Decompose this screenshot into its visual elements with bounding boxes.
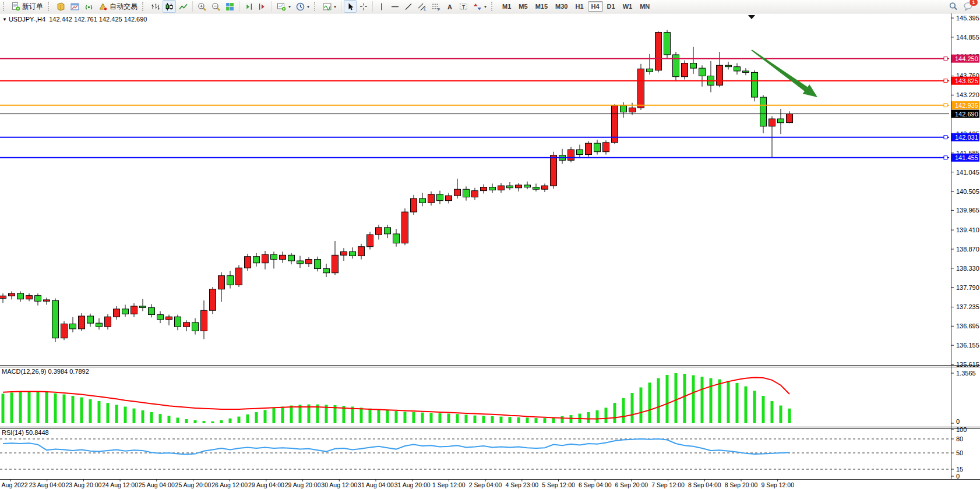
- macd-bar: [640, 388, 643, 423]
- auto-trading-button[interactable]: 自动交易: [96, 0, 140, 13]
- timeframe-W1[interactable]: W1: [619, 1, 636, 12]
- new-chart-button[interactable]: ▾: [274, 0, 293, 13]
- cursor-tool-button[interactable]: [344, 0, 357, 13]
- candlestick-chart-button[interactable]: [163, 0, 176, 13]
- svg-text:8 Sep 20:00: 8 Sep 20:00: [725, 481, 758, 488]
- svg-text:24 Aug 12:00: 24 Aug 12:00: [102, 481, 138, 488]
- macd-bar: [771, 401, 774, 423]
- chart-shift-button[interactable]: [242, 0, 255, 13]
- svg-text:80: 80: [956, 435, 963, 442]
- main-toolbar: 新订单 自动交易: [0, 0, 980, 13]
- auto-scroll-button[interactable]: [256, 0, 269, 13]
- zoom-in-button[interactable]: [195, 0, 209, 13]
- macd-bar: [701, 377, 704, 423]
- tile-windows-icon: [225, 2, 234, 11]
- notifications-button[interactable]: 1: [961, 0, 975, 13]
- rsi-line: [3, 439, 789, 454]
- candle-up: [245, 257, 251, 268]
- macd-bar: [395, 411, 398, 423]
- equidistant-channel-icon: E: [418, 2, 426, 11]
- annotation-arrow-down[interactable]: [751, 49, 817, 97]
- macd-bar: [692, 375, 695, 423]
- svg-text:135.615: 135.615: [956, 361, 979, 368]
- line-chart-button[interactable]: [177, 0, 190, 13]
- arrows-tool-button[interactable]: ▾: [471, 0, 489, 13]
- timeframe-M30[interactable]: M30: [552, 1, 571, 12]
- macd-bar: [378, 409, 380, 423]
- time-axis[interactable]: 22 Aug 202223 Aug 04:0023 Aug 20:0024 Au…: [0, 479, 794, 488]
- candle-up: [516, 185, 522, 188]
- price-label: 142.031: [955, 134, 978, 141]
- candle-up: [655, 33, 662, 70]
- horizontal-lines[interactable]: 144.250143.625142.935142.690142.031141.4…: [0, 55, 979, 162]
- timeframe-H1[interactable]: H1: [572, 1, 587, 12]
- macd-bar: [526, 417, 529, 423]
- line-handle: [944, 79, 947, 83]
- timeframe-M15[interactable]: M15: [532, 1, 551, 12]
- timeframe-M1[interactable]: M1: [499, 1, 514, 12]
- data-window-icon: [70, 2, 79, 11]
- search-button[interactable]: [946, 0, 960, 13]
- panel-frames: [0, 13, 980, 480]
- svg-text:0: 0: [956, 418, 960, 425]
- fibonacci-tool-button[interactable]: F: [429, 0, 443, 13]
- candle-up: [769, 119, 775, 126]
- tile-windows-button[interactable]: [223, 0, 237, 13]
- trendline-tool-button[interactable]: [402, 0, 415, 13]
- macd-bar: [63, 395, 66, 423]
- zoom-in-icon: [198, 2, 206, 11]
- candle-down: [157, 315, 164, 320]
- new-order-label: 新订单: [22, 2, 43, 12]
- new-order-button[interactable]: 新订单: [9, 0, 45, 13]
- chart-canvas[interactable]: 145.395144.855144.315143.760143.220142.6…: [0, 0, 980, 489]
- line-handle: [944, 156, 947, 160]
- candle-up: [446, 196, 452, 201]
- signal-button[interactable]: [82, 0, 96, 13]
- candle-down: [463, 189, 470, 197]
- fibonacci-icon: F: [432, 2, 440, 11]
- candle-up: [411, 199, 417, 212]
- svg-text:26 Aug 12:00: 26 Aug 12:00: [211, 481, 248, 488]
- candle-up: [586, 143, 592, 154]
- price-label: 143.625: [955, 77, 978, 84]
- profiles-button[interactable]: ▾: [294, 0, 312, 13]
- text-label-tool-button[interactable]: T: [457, 0, 470, 13]
- svg-text:144.855: 144.855: [956, 34, 979, 41]
- candle-down: [673, 55, 679, 77]
- cursor-icon: [346, 2, 354, 11]
- candle-up: [0, 296, 6, 298]
- vertical-line-tool-button[interactable]: [375, 0, 388, 13]
- macd-bar: [133, 409, 136, 423]
- symbol-timeframe: USDJPY-,H4: [9, 16, 45, 23]
- text-tool-button[interactable]: A: [443, 0, 456, 13]
- data-window-button[interactable]: [68, 0, 82, 13]
- candle-down: [96, 323, 103, 327]
- candlesticks: [0, 30, 793, 342]
- channel-tool-button[interactable]: E: [415, 0, 429, 13]
- crosshair-tool-button[interactable]: [357, 0, 370, 13]
- timeframe-D1[interactable]: D1: [604, 1, 619, 12]
- candle-up: [472, 191, 478, 197]
- macd-bar: [413, 412, 415, 423]
- candle-up: [402, 212, 408, 243]
- svg-text:25 Aug 04:00: 25 Aug 04:00: [139, 481, 175, 488]
- svg-text:29 Aug 20:00: 29 Aug 20:00: [285, 481, 321, 488]
- candle-down: [690, 63, 697, 69]
- timeframe-MN[interactable]: MN: [636, 1, 653, 12]
- svg-text:1.3565: 1.3565: [956, 370, 976, 377]
- indicators-button[interactable]: ▾: [320, 0, 339, 13]
- candle-down: [594, 143, 601, 152]
- svg-text:30 Aug 12:00: 30 Aug 12:00: [321, 481, 357, 488]
- toolbar-grip: [314, 2, 318, 11]
- macd-bar: [159, 414, 162, 423]
- candle-up: [787, 114, 793, 123]
- horizontal-line-tool-button[interactable]: [389, 0, 401, 13]
- market-watch-button[interactable]: [54, 0, 68, 13]
- svg-text:139.410: 139.410: [956, 226, 979, 233]
- timeframe-H4[interactable]: H4: [588, 1, 603, 12]
- zoom-out-button[interactable]: [209, 0, 223, 13]
- candle-down: [288, 255, 295, 261]
- bar-chart-button[interactable]: [149, 0, 162, 13]
- timeframe-M5[interactable]: M5: [515, 1, 531, 12]
- candle-down: [734, 67, 741, 71]
